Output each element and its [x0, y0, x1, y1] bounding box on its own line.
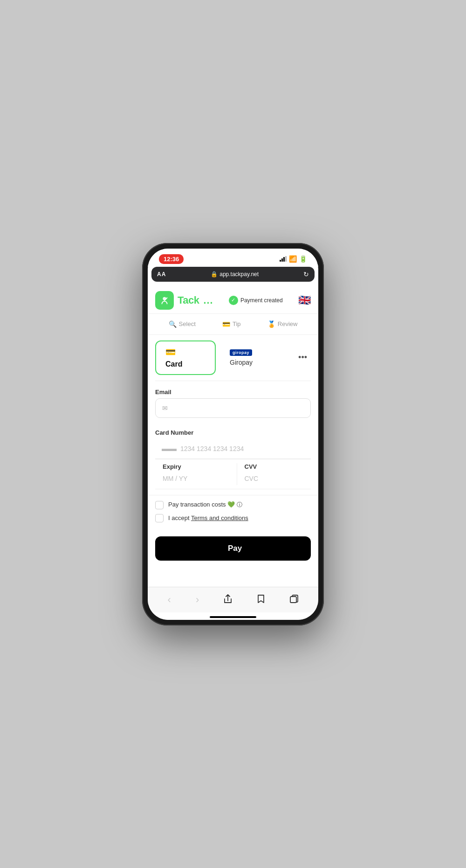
pay-button[interactable]: Pay — [155, 536, 311, 561]
phone-device: 12:36 📶 🔋 AA 🔒 app.tackpay.net ↻ — [142, 243, 324, 625]
email-icon: ✉ — [162, 404, 168, 412]
step-tip-label: Tip — [233, 320, 241, 327]
card-number-section: Card Number ▬▬ 1234 1234 1234 1234 Expir… — [148, 429, 318, 495]
review-icon: 🏅 — [267, 320, 275, 328]
giropay-label: Giropay — [230, 359, 253, 366]
step-select-label: Select — [179, 320, 196, 327]
expiry-section: Expiry MM / YY — [155, 459, 229, 489]
uk-flag[interactable]: 🇬🇧 — [298, 294, 311, 306]
transaction-checkbox[interactable] — [155, 501, 164, 509]
reload-button[interactable]: ↻ — [303, 271, 309, 278]
tip-icon: 💳 — [222, 320, 230, 328]
home-indicator — [148, 612, 318, 620]
back-button[interactable]: ‹ — [164, 592, 175, 608]
expiry-label: Expiry — [163, 463, 229, 470]
card-number-label: Card Number — [155, 429, 311, 436]
email-label: Email — [155, 389, 311, 396]
app-header: Tack … ✓ Payment created 🇬🇧 — [148, 285, 318, 314]
lock-icon: 🔒 — [211, 271, 218, 278]
transaction-label: Pay transaction costs 💚 ⓘ — [168, 501, 242, 509]
step-review: 🏅 Review — [267, 320, 298, 328]
card-payment-option[interactable]: 💳 Card — [155, 340, 216, 375]
browser-aa[interactable]: AA — [157, 271, 166, 278]
giropay-payment-option[interactable]: giropay Giropay — [220, 344, 276, 372]
checkbox-section: Pay transaction costs 💚 ⓘ I accept Terms… — [148, 495, 318, 533]
phone-screen: 12:36 📶 🔋 AA 🔒 app.tackpay.net ↻ — [148, 249, 318, 620]
step-select: 🔍 Select — [169, 320, 196, 328]
terms-link[interactable]: Terms and conditions — [191, 514, 248, 521]
browser-bar: AA 🔒 app.tackpay.net ↻ — [151, 267, 315, 282]
check-icon: ✓ — [229, 296, 238, 305]
more-options-button[interactable]: ••• — [295, 349, 311, 366]
payment-created-badge: ✓ Payment created — [229, 296, 283, 305]
pay-button-section: Pay — [148, 533, 318, 566]
terms-row: I accept Terms and conditions — [155, 514, 311, 522]
wifi-icon: 📶 — [289, 255, 297, 263]
status-time: 12:36 — [159, 254, 184, 264]
browser-url: 🔒 app.tackpay.net — [211, 271, 259, 278]
status-icons: 📶 🔋 — [280, 255, 307, 263]
card-chip-icon: ▬▬ — [162, 444, 177, 453]
card-label: Card — [165, 360, 182, 368]
giropay-logo: giropay — [230, 349, 252, 356]
progress-steps: 🔍 Select 💳 Tip 🏅 Review — [148, 314, 318, 335]
transaction-cost-row: Pay transaction costs 💚 ⓘ — [155, 501, 311, 509]
terms-label: I accept Terms and conditions — [168, 514, 248, 521]
app-name: Tack — [178, 294, 199, 306]
page-content: Tack … ✓ Payment created 🇬🇧 🔍 Select 💳 T… — [148, 285, 318, 587]
share-button[interactable] — [220, 592, 236, 607]
vertical-divider — [237, 463, 237, 485]
cvv-input[interactable]: CVC — [245, 472, 311, 485]
status-bar: 12:36 📶 🔋 — [148, 249, 318, 267]
terms-checkbox[interactable] — [155, 514, 164, 522]
signal-icon — [280, 256, 287, 262]
payment-created-text: Payment created — [240, 297, 283, 304]
cvv-section: CVV CVC — [245, 459, 311, 489]
logo-section: Tack … — [155, 291, 213, 310]
email-input-container[interactable]: ✉ — [155, 398, 311, 418]
forward-button[interactable]: › — [192, 592, 203, 608]
pay-button-label: Pay — [228, 544, 242, 553]
bookmarks-button[interactable] — [253, 592, 269, 607]
home-bar — [210, 616, 256, 618]
expiry-input[interactable]: MM / YY — [163, 472, 229, 485]
tabs-button[interactable] — [286, 593, 302, 607]
browser-nav: ‹ › — [148, 587, 318, 612]
card-number-placeholder: 1234 1234 1234 1234 — [180, 445, 244, 452]
select-icon: 🔍 — [169, 320, 177, 328]
card-icon: 💳 — [165, 347, 176, 357]
email-input[interactable] — [171, 404, 304, 412]
app-icon — [155, 291, 174, 310]
step-review-label: Review — [278, 320, 298, 327]
step-tip: 💳 Tip — [222, 320, 241, 328]
form-section: Email ✉ — [148, 381, 318, 424]
app-name-suffix: … — [203, 294, 213, 306]
cvv-label: CVV — [245, 463, 311, 470]
battery-icon: 🔋 — [299, 255, 307, 263]
svg-rect-1 — [290, 597, 296, 603]
payment-methods: 💳 Card giropay Giropay ••• — [148, 335, 318, 381]
info-icon: ⓘ — [237, 501, 242, 508]
expiry-cvv-row: Expiry MM / YY CVV CVC — [155, 459, 311, 489]
card-number-input[interactable]: ▬▬ 1234 1234 1234 1234 — [155, 439, 311, 459]
